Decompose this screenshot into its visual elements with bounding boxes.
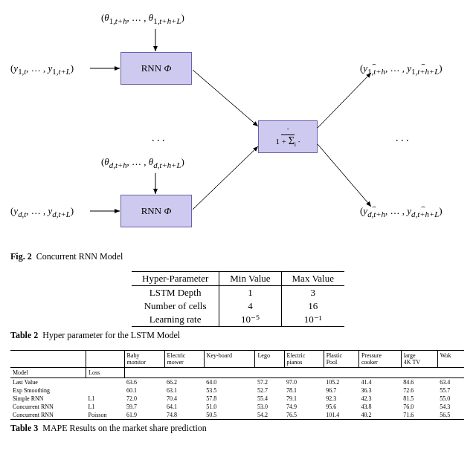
rnn-box-1: RNN Φ: [120, 52, 192, 85]
mape-cell: 36.3: [358, 386, 401, 395]
mape-cell: 53.0: [255, 403, 284, 411]
figure-caption-text: Concurrent RNN Model: [36, 251, 123, 262]
mape-caption-text: MAPE Results on the market share predict…: [42, 423, 207, 433]
theta-bot-label: (θd,t+h, … , θd,t+h+L): [101, 156, 184, 169]
mape-cell: 52.7: [255, 386, 284, 395]
mape-cell: 70.4: [164, 395, 204, 403]
mape-cell: 42.3: [358, 395, 401, 403]
y-in-bot-label: (yd,t, … , yd,t+L): [10, 205, 74, 218]
mape-cell: 61.9: [124, 411, 164, 420]
mape-cell: 95.6: [324, 403, 358, 411]
mape-loss-h: Loss: [86, 368, 125, 378]
svg-line-4: [193, 70, 258, 126]
mape-cell: 63.6: [124, 378, 164, 387]
mape-loss: [86, 386, 125, 395]
mape-cell: 72.0: [124, 395, 164, 403]
mape-cell: 40.2: [358, 411, 401, 420]
mape-cell: 63.1: [164, 386, 204, 395]
mape-col-header: Electricpianos: [284, 351, 324, 368]
hyper-cell: 4: [219, 299, 281, 313]
hyper-cell: 16: [281, 299, 344, 313]
mape-cell: 72.6: [401, 386, 437, 395]
normalize-box: · 1 + Σi ·: [258, 120, 318, 153]
mape-col-header: PlasticPool: [324, 351, 358, 368]
mape-cell: 74.8: [164, 411, 204, 420]
mape-cell: 76.5: [284, 411, 324, 420]
mape-cell: 92.3: [324, 395, 358, 403]
hyper-h0: Hyper-Parameter: [132, 272, 219, 286]
mape-cell: 55.0: [437, 395, 464, 403]
mape-cell: 84.6: [401, 378, 437, 387]
mape-col-header: large4K TV: [401, 351, 437, 368]
mape-cell: 54.3: [437, 403, 464, 411]
mape-model: Simple RNN: [10, 395, 86, 403]
mape-model-h: Model: [10, 368, 86, 378]
mape-cell: 64.1: [164, 403, 204, 411]
mape-cell: 51.0: [204, 403, 255, 411]
ellipsis-left: . . .: [152, 132, 165, 144]
mape-cell: 57.8: [204, 395, 255, 403]
mape-col-header: Key-board: [204, 351, 255, 368]
hyper-cell: Learning rate: [132, 313, 219, 327]
mape-cell: 71.6: [401, 411, 437, 420]
mape-cell: 96.7: [324, 386, 358, 395]
mape-cell: 41.4: [358, 378, 401, 387]
mape-cell: 53.5: [204, 386, 255, 395]
mape-cell: 74.9: [284, 403, 324, 411]
mape-loss: Poisson: [86, 411, 125, 420]
figure-caption: Fig. 2 Concurrent RNN Model: [10, 251, 466, 262]
figure-caption-num: Fig. 2: [10, 251, 32, 262]
mape-loss: [86, 378, 125, 387]
mape-cell: 66.2: [164, 378, 204, 387]
mape-caption-num: Table 3: [10, 423, 38, 433]
mape-cell: 55.4: [255, 395, 284, 403]
mape-cell: 105.2: [324, 378, 358, 387]
hyper-h1: Min Value: [219, 272, 281, 286]
mape-model: Concurrent RNN: [10, 411, 86, 420]
mape-model: Last Value: [10, 378, 86, 387]
mape-cell: 55.7: [437, 386, 464, 395]
theta-top-label: (θ1,t+h, … , θ1,t+h+L): [101, 12, 184, 25]
hyper-cell: 3: [281, 286, 344, 300]
mape-loss: L1: [86, 395, 125, 403]
y-in-top-label: (y1,t, … , y1,t+L): [10, 62, 74, 76]
hyper-caption-num: Table 2: [10, 330, 38, 340]
hyper-cell: 10⁻⁵: [219, 313, 281, 327]
mape-col-header: Lego: [255, 351, 284, 368]
figure-diagram: (θ1,t+h, … , θ1,t+h+L) (θd,t+h, … , θd,t…: [10, 9, 464, 247]
mape-caption: Table 3 MAPE Results on the market share…: [10, 423, 466, 434]
hyper-table: Hyper-Parameter Min Value Max Value LSTM…: [132, 271, 344, 327]
rnn-label: RNN Φ: [141, 62, 172, 74]
mape-loss: L1: [86, 403, 125, 411]
mape-col-header: Babymonitor: [124, 351, 164, 368]
mape-cell: 81.5: [401, 395, 437, 403]
rnn-box-2: RNN Φ: [120, 195, 192, 227]
mape-cell: 64.0: [204, 378, 255, 387]
hyper-cell: 10⁻¹: [281, 313, 344, 327]
mape-cell: 56.5: [437, 411, 464, 420]
rnn-label: RNN Φ: [141, 205, 172, 217]
ellipsis-right: . . .: [396, 132, 409, 144]
hyper-cell: 1: [219, 286, 281, 300]
mape-model: Concurrent RNN: [10, 403, 86, 411]
mape-cell: 50.5: [204, 411, 255, 420]
mape-cell: 78.1: [284, 386, 324, 395]
y-out-bot-label: (⌢yd,t+h, … , ⌢yd,t+h+L): [360, 205, 443, 218]
mape-cell: 101.4: [324, 411, 358, 420]
hyper-caption: Table 2 Hyper parameter for the LSTM Mod…: [10, 330, 466, 341]
svg-line-7: [318, 144, 371, 207]
mape-table: BabymonitorElectricmowerKey-boardLegoEle…: [10, 350, 464, 420]
mape-cell: 97.0: [284, 378, 324, 387]
mape-col-header: Pressurecooker: [358, 351, 401, 368]
hyper-caption-text: Hyper parameter for the LSTM Model: [42, 330, 180, 340]
mape-cell: 59.7: [124, 403, 164, 411]
mape-col-header: Electricmower: [164, 351, 204, 368]
svg-line-6: [318, 73, 371, 128]
mape-cell: 54.2: [255, 411, 284, 420]
mape-model: Exp Smoothing: [10, 386, 86, 395]
hyper-cell: LSTM Depth: [132, 286, 219, 300]
mape-cell: 57.2: [255, 378, 284, 387]
svg-line-5: [193, 146, 258, 210]
mape-cell: 63.4: [437, 378, 464, 387]
mape-cell: 60.1: [124, 386, 164, 395]
